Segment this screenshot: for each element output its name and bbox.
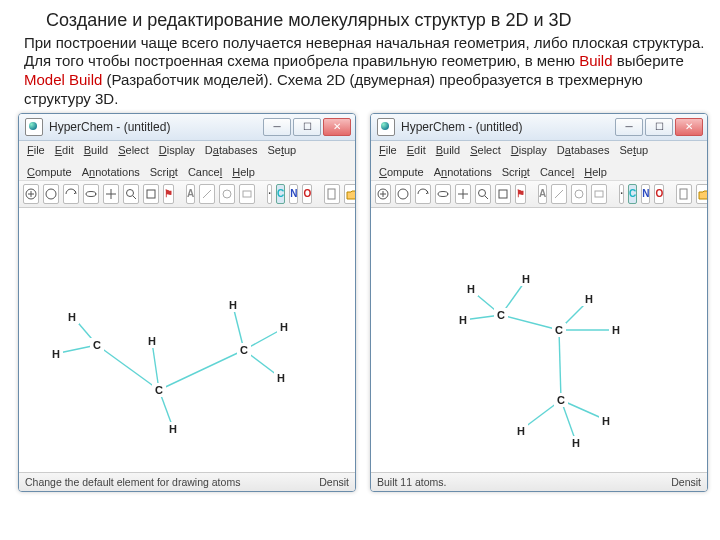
titlebar[interactable]: HyperChem - (untitled) ─ ☐ ✕ [19, 114, 355, 141]
element-h-button[interactable]: · [267, 184, 272, 204]
menu-edit[interactable]: Edit [55, 144, 74, 156]
element-c-button[interactable]: C [276, 184, 285, 204]
draw-tool-icon[interactable] [375, 184, 391, 204]
menu-help[interactable]: Help [232, 166, 255, 178]
close-button[interactable]: ✕ [323, 118, 351, 136]
rect-tool-icon[interactable] [591, 184, 607, 204]
molecule-canvas-2d[interactable]: H H C H C H H C H H [19, 208, 355, 472]
toolbar: ⚑ A · C N O [371, 181, 707, 208]
status-right: Densit [671, 476, 701, 488]
rotate-xy-icon[interactable] [415, 184, 431, 204]
draw-tool-icon[interactable] [23, 184, 39, 204]
menu-compute[interactable]: Compute [379, 166, 424, 178]
menu-setup[interactable]: Setup [619, 144, 648, 156]
svg-text:H: H [277, 372, 285, 384]
svg-text:H: H [522, 273, 530, 285]
menu-build[interactable]: Build [84, 144, 108, 156]
select-tool-icon[interactable] [395, 184, 411, 204]
menu-setup[interactable]: Setup [267, 144, 296, 156]
svg-line-64 [501, 315, 559, 330]
zoom-tool-icon[interactable] [475, 184, 491, 204]
menu-script[interactable]: Script [150, 166, 178, 178]
svg-text:H: H [572, 437, 580, 449]
menu-display[interactable]: Display [511, 144, 547, 156]
element-c-button[interactable]: C [628, 184, 637, 204]
line-tool-icon[interactable] [551, 184, 567, 204]
svg-rect-57 [595, 191, 603, 197]
maximize-button[interactable]: ☐ [645, 118, 673, 136]
app-window-left: HyperChem - (untitled) ─ ☐ ✕ File Edit B… [18, 113, 356, 492]
menu-select[interactable]: Select [118, 144, 149, 156]
new-file-icon[interactable] [324, 184, 340, 204]
select-tool-icon[interactable] [43, 184, 59, 204]
status-text: Built 11 atoms. [377, 476, 446, 488]
description-paragraph: При построении чаще всего получается нев… [0, 32, 720, 109]
open-file-icon[interactable] [696, 184, 708, 204]
svg-text:H: H [68, 311, 76, 323]
molecule-3d-svg: H H H C C H H C H H H [371, 208, 707, 472]
text-tool-icon[interactable]: A [538, 184, 547, 204]
element-o-button[interactable]: O [654, 184, 664, 204]
menu-help[interactable]: Help [584, 166, 607, 178]
element-n-button[interactable]: N [641, 184, 650, 204]
circle-tool-icon[interactable] [219, 184, 235, 204]
rect-tool-icon[interactable] [239, 184, 255, 204]
svg-text:H: H [602, 415, 610, 427]
menu-script[interactable]: Script [502, 166, 530, 178]
rotate-z-icon[interactable] [435, 184, 451, 204]
molecule-canvas-3d[interactable]: H H H C C H H C H H H [371, 208, 707, 472]
svg-point-52 [479, 189, 486, 196]
minimize-button[interactable]: ─ [615, 118, 643, 136]
svg-text:H: H [459, 314, 467, 326]
menu-file[interactable]: File [379, 144, 397, 156]
clip-tool-icon[interactable] [143, 184, 159, 204]
svg-point-11 [223, 190, 231, 198]
translate-tool-icon[interactable] [103, 184, 119, 204]
close-button[interactable]: ✕ [675, 118, 703, 136]
maximize-button[interactable]: ☐ [293, 118, 321, 136]
menubar: File Edit Build Select Display Databases… [19, 141, 355, 181]
element-n-button[interactable]: N [289, 184, 298, 204]
menu-display[interactable]: Display [159, 144, 195, 156]
menu-modelbuild-ref: Model Build [24, 71, 102, 88]
line-tool-icon[interactable] [199, 184, 215, 204]
menu-build[interactable]: Build [436, 144, 460, 156]
app-logo-icon [377, 118, 395, 136]
statusbar: Change the default element for drawing a… [19, 472, 355, 491]
element-o-button[interactable]: O [302, 184, 312, 204]
menu-databases[interactable]: Databases [205, 144, 258, 156]
minimize-button[interactable]: ─ [263, 118, 291, 136]
translate-tool-icon[interactable] [455, 184, 471, 204]
menu-file[interactable]: File [27, 144, 45, 156]
menu-compute[interactable]: Compute [27, 166, 72, 178]
text-tool-icon[interactable]: A [186, 184, 195, 204]
menu-edit[interactable]: Edit [407, 144, 426, 156]
rotate-z-icon[interactable] [83, 184, 99, 204]
menu-databases[interactable]: Databases [557, 144, 610, 156]
menu-annotations[interactable]: Annotations [434, 166, 492, 178]
svg-text:H: H [612, 324, 620, 336]
menu-select[interactable]: Select [470, 144, 501, 156]
svg-text:H: H [229, 299, 237, 311]
open-file-icon[interactable] [344, 184, 356, 204]
para-text-3: (Разработчик моделей). Схема 2D (двумерн… [24, 71, 643, 107]
menu-annotations[interactable]: Annotations [82, 166, 140, 178]
circle-tool-icon[interactable] [571, 184, 587, 204]
menu-cancel[interactable]: Cancel [188, 166, 222, 178]
flag-tool-icon[interactable]: ⚑ [515, 184, 526, 204]
element-h-button[interactable]: · [619, 184, 624, 204]
svg-line-10 [203, 190, 211, 198]
menu-build-ref: Build [579, 52, 612, 69]
svg-line-67 [559, 330, 561, 400]
svg-text:C: C [497, 309, 505, 321]
titlebar[interactable]: HyperChem - (untitled) ─ ☐ ✕ [371, 114, 707, 141]
flag-tool-icon[interactable]: ⚑ [163, 184, 174, 204]
svg-rect-54 [499, 190, 507, 198]
clip-tool-icon[interactable] [495, 184, 511, 204]
rotate-xy-icon[interactable] [63, 184, 79, 204]
menu-cancel[interactable]: Cancel [540, 166, 574, 178]
svg-line-19 [152, 342, 159, 390]
new-file-icon[interactable] [676, 184, 692, 204]
svg-point-56 [575, 190, 583, 198]
zoom-tool-icon[interactable] [123, 184, 139, 204]
